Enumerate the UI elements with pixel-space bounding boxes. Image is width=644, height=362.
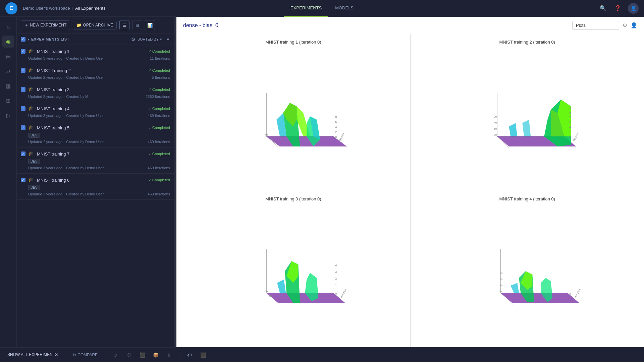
open-archive-button[interactable]: 📁 OPEN ARCHIVE xyxy=(73,21,117,29)
experiment-item-4[interactable]: ✓ 🎓 MNIST training 4 ✓Completed Updated … xyxy=(17,102,174,121)
plots-settings-icon[interactable]: ⚙ xyxy=(623,22,627,28)
search-icon[interactable]: 🔍 xyxy=(598,4,608,13)
plot-svg-3: 0 1 2 3 4 40 20 Iteration xyxy=(182,239,405,306)
chart-view-button[interactable]: 📊 xyxy=(145,20,155,30)
compare-button[interactable]: ↻ COMPARE xyxy=(71,351,100,359)
experiment-item-2[interactable]: ✓ 🎓 MNIST Training 2 ✓Completed Updated … xyxy=(17,64,174,83)
svg-text:Iteration: Iteration xyxy=(572,132,580,142)
experiments-list-title: EXPERIMENTS LIST xyxy=(31,37,129,41)
stop-icon[interactable]: ⬛ xyxy=(138,350,147,360)
experiment-item-3[interactable]: ✓ 🎓 MNIST training 3 ✓Completed Updated … xyxy=(17,83,174,102)
breadcrumb-sep: / xyxy=(72,6,73,11)
svg-text:4: 4 xyxy=(569,125,571,129)
plot-area-2: 0 2 4 6 7 8 9 80 60 40 20 Iteration xyxy=(416,47,639,185)
filter-icon[interactable]: ⚙ xyxy=(131,37,136,42)
upload-icon[interactable]: ⬆ xyxy=(164,350,174,360)
history-icon[interactable]: ⏱ xyxy=(124,350,133,360)
workspace-link[interactable]: Demo User's workspace xyxy=(23,6,70,11)
tab-models[interactable]: MODELS xyxy=(328,0,360,17)
exp-checkbox-5[interactable]: ✓ xyxy=(21,125,25,130)
exp-meta-6b: Updated 3 years ago · Created by Demo Us… xyxy=(28,192,170,196)
exp-checkbox-4[interactable]: ✓ xyxy=(21,106,25,111)
plots-user-icon[interactable]: 👤 xyxy=(631,22,637,28)
plot-area-3: 0 1 2 3 4 40 20 Iteration xyxy=(182,204,405,342)
plus-icon: ＋ xyxy=(24,22,29,28)
svg-marker-33 xyxy=(522,120,531,136)
exp-name-2: MNIST Training 2 xyxy=(37,68,146,73)
export-icon[interactable]: ⬛ xyxy=(198,350,208,360)
svg-text:80: 80 xyxy=(494,133,497,136)
tag-icon[interactable]: 🏷 xyxy=(185,350,194,360)
exp-checkbox-3[interactable]: ✓ xyxy=(21,87,25,92)
user-avatar[interactable]: 👤 xyxy=(628,3,639,14)
exp-name-7: MNIST training 7 xyxy=(37,152,146,157)
svg-text:30: 30 xyxy=(499,284,502,287)
svg-text:20: 20 xyxy=(270,138,273,141)
card-view-button[interactable]: ⊟ xyxy=(132,20,142,30)
star-filter-icon[interactable]: ✦ xyxy=(166,37,170,42)
sidebar-icon-table[interactable]: ⊞ xyxy=(2,95,14,107)
breadcrumb: Demo User's workspace / All Experiments xyxy=(23,6,105,11)
exp-status-6: ✓Completed xyxy=(148,178,170,182)
bottom-separator-1 xyxy=(65,352,65,358)
svg-marker-32 xyxy=(509,123,517,136)
svg-text:1: 1 xyxy=(335,284,337,287)
exp-type-icon-5: 🎓 xyxy=(28,125,34,131)
exp-name-4: MNIST training 4 xyxy=(37,106,146,111)
svg-text:20: 20 xyxy=(499,278,502,281)
help-icon[interactable]: ❓ xyxy=(613,4,623,13)
sidebar-icon-deploy[interactable]: ▷ xyxy=(2,109,14,121)
sidebar-icon-home[interactable]: ⌂ xyxy=(2,21,14,33)
sidebar-icon-layers[interactable]: ▤ xyxy=(2,50,14,62)
svg-marker-65 xyxy=(500,293,579,303)
exp-name-3: MNIST training 3 xyxy=(37,87,146,92)
exp-checkbox-7[interactable]: ✓ xyxy=(21,152,25,156)
experiment-item-5[interactable]: ✓ 🎓 MNIST training 5 ✓Completed DEV Upda… xyxy=(17,121,174,147)
exp-status-1: ✓Completed xyxy=(148,49,170,54)
plot-title-2: MNIST training 2 (iteration 0) xyxy=(499,40,555,45)
svg-text:6: 6 xyxy=(335,120,337,124)
sidebar-icon-experiments[interactable]: ◉ xyxy=(2,36,14,48)
svg-text:2: 2 xyxy=(569,130,571,134)
plot-area-4: 0 40 30 20 10 Iteration xyxy=(416,204,639,342)
tab-experiments[interactable]: EXPERIMENTS xyxy=(284,0,328,17)
exp-type-icon-7: 🎓 xyxy=(28,151,34,157)
exp-status-4: ✓Completed xyxy=(148,107,170,111)
exp-meta-7: DEV xyxy=(28,159,170,164)
plots-header: dense - bias_0 Plots Scalars Debug Image… xyxy=(176,17,644,34)
plots-dropdown[interactable]: Plots Scalars Debug Images Artifacts xyxy=(572,21,619,30)
experiment-item-1[interactable]: ✓ 🎓 MNIST training 1 ✓Completed Updated … xyxy=(17,45,174,64)
plot-cell-3: MNIST training 3 (iteration 0) 0 xyxy=(176,191,410,348)
plots-toolbar-right: Plots Scalars Debug Images Artifacts ⚙ 👤 xyxy=(572,21,637,30)
bottom-separator-3 xyxy=(179,352,179,358)
experiment-item-7[interactable]: ✓ 🎓 MNIST training 7 ✓Completed DEV Upda… xyxy=(17,147,174,174)
show-all-experiments-button[interactable]: SHOW ALL EXPERIMENTS xyxy=(5,351,60,359)
svg-text:4: 4 xyxy=(335,125,337,129)
svg-text:3: 3 xyxy=(335,270,337,274)
exp-created-6: Created by Demo User xyxy=(66,192,104,196)
exp-checkbox-1[interactable]: ✓ xyxy=(21,49,25,54)
exp-iterations-1: 11 Iterations xyxy=(150,56,170,60)
svg-text:4: 4 xyxy=(335,263,337,267)
exp-type-icon-6: 🎓 xyxy=(28,177,34,183)
select-all-checkbox[interactable]: ✓ xyxy=(21,37,25,42)
svg-marker-10 xyxy=(266,136,347,146)
exp-checkbox-2[interactable]: ✓ xyxy=(21,68,25,73)
exp-meta-5b: Updated 2 years ago · Created by Demo Us… xyxy=(28,140,170,144)
sidebar-icon-pipelines[interactable]: ⇄ xyxy=(2,65,14,77)
abort-icon[interactable]: ⊘ xyxy=(111,350,120,360)
experiment-item-6[interactable]: ✓ 🎓 MNIST training 6 ✓Completed DEV Upda… xyxy=(17,174,174,200)
svg-text:2: 2 xyxy=(335,130,337,134)
expand-arrow[interactable]: ▾ xyxy=(28,38,29,41)
svg-text:9: 9 xyxy=(569,106,571,110)
archive-icon[interactable]: 📦 xyxy=(151,350,160,360)
svg-text:Iteration: Iteration xyxy=(340,289,347,299)
new-experiment-button[interactable]: ＋ NEW EXPERIMENT xyxy=(21,20,70,30)
exp-iterations-2: 5 Iterations xyxy=(152,75,170,79)
sorted-by-dropdown[interactable]: SORTED BY ▾ xyxy=(138,37,162,42)
sidebar-icon-dashboard[interactable]: ▦ xyxy=(2,80,14,92)
svg-text:10: 10 xyxy=(499,272,502,275)
exp-checkbox-6[interactable]: ✓ xyxy=(21,178,25,182)
experiment-list-scroll[interactable]: ✓ 🎓 MNIST training 1 ✓Completed Updated … xyxy=(17,45,174,347)
list-view-button[interactable]: ☰ xyxy=(119,20,129,30)
